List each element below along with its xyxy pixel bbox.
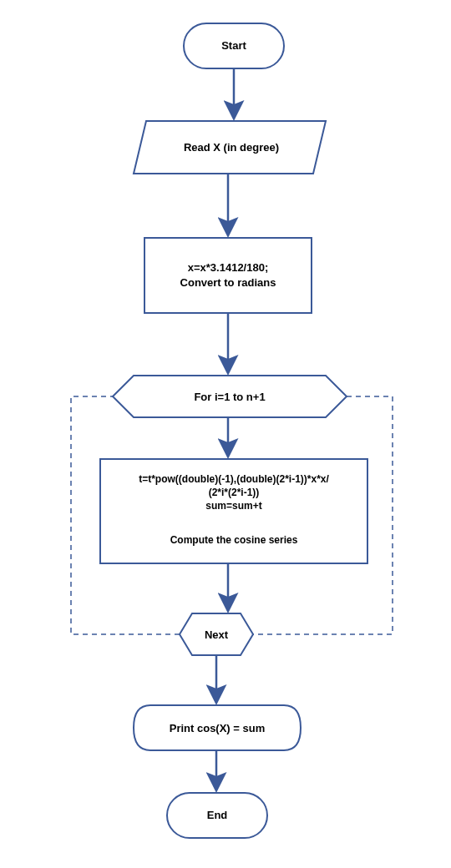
convert-label2: Convert to radians bbox=[180, 276, 276, 289]
compute-label4: Compute the cosine series bbox=[170, 534, 298, 546]
convert-label1: x=x*3.1412/180; bbox=[188, 261, 269, 274]
end-node: End bbox=[167, 793, 267, 838]
convert-node: x=x*3.1412/180; Convert to radians bbox=[144, 238, 312, 313]
print-node: Print cos(X) = sum bbox=[134, 705, 301, 750]
start-node: Start bbox=[184, 23, 284, 68]
compute-label1: t=t*pow((double)(-1),(double)(2*i-1))*x*… bbox=[139, 473, 329, 485]
compute-label3: sum=sum+t bbox=[205, 500, 261, 512]
print-label: Print cos(X) = sum bbox=[170, 722, 266, 734]
loop-label: For i=1 to n+1 bbox=[194, 391, 265, 403]
read-node: Read X (in degree) bbox=[134, 121, 326, 174]
svg-rect-3 bbox=[144, 238, 312, 313]
end-label: End bbox=[207, 809, 228, 821]
start-label: Start bbox=[221, 39, 246, 52]
loop-header-node: For i=1 to n+1 bbox=[113, 376, 347, 417]
compute-node: t=t*pow((double)(-1),(double)(2*i-1))*x*… bbox=[100, 459, 367, 563]
next-label: Next bbox=[205, 628, 229, 641]
read-label: Read X (in degree) bbox=[184, 141, 279, 154]
next-node: Next bbox=[180, 613, 253, 655]
compute-label2: (2*i*(2*i-1)) bbox=[209, 487, 260, 498]
